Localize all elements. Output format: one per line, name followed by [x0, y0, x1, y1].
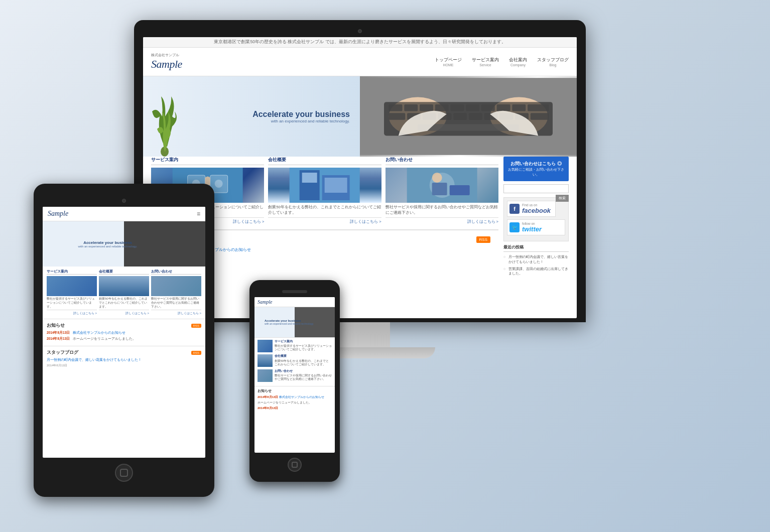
monitor-camera	[358, 29, 362, 33]
nav-item-home[interactable]: トップページ HOME	[435, 57, 462, 67]
phone-services-section: サービス案内 弊社が提供するサービス及びソリューションについてご紹介しています。…	[254, 337, 335, 386]
svg-rect-19	[453, 113, 467, 119]
tablet-frame: Sample ≡ Accelerate your business with a…	[34, 184, 214, 497]
site-nav: トップページ HOME サービス案内 Service 会社案内 Company	[435, 57, 569, 67]
contact-button[interactable]: お問い合わせはこちら ◎ お気軽にご相談・お問い合わせ下さい。	[503, 157, 569, 181]
recent-item-1[interactable]: 月一恒例の町内会議で、嬉しい言葉をかけてもらいました！	[503, 254, 569, 264]
phone-svc-title-3: お問い合わせ	[275, 369, 332, 373]
phone-svc-item-3: お問い合わせ 弊社サービスや採用に関するお問い合わせやご質問などお気軽にご連絡下…	[258, 369, 332, 382]
service-title-1: サービス案内	[151, 157, 264, 165]
svg-rect-40	[449, 185, 469, 195]
phone-device: Sample Accelerate your business with an …	[249, 280, 340, 482]
hero-keyboard-img	[360, 76, 577, 157]
phone-frame: Sample Accelerate your business with an …	[249, 280, 340, 482]
tablet-screen: Sample ≡ Accelerate your business with a…	[43, 207, 205, 458]
service-text-3: 弊社サービスや採用に関するお問い合わせやご質問などお気軽にご連絡下さい。	[386, 205, 498, 215]
tablet-news-tag-1[interactable]: 株式会社サンプルからのお知らせ	[73, 331, 125, 334]
monitor-bezel	[143, 29, 577, 33]
phone-hero-sub: with an experienced and reliable technol…	[265, 322, 314, 325]
phone-svc-img-3	[258, 369, 273, 382]
tablet-news-item-2: 2014年8月13日 ホームページをリニューアルしました。	[47, 337, 201, 341]
tablet-device: Sample ≡ Accelerate your business with a…	[34, 184, 214, 497]
nav-item-blog[interactable]: スタッフブログ Blog	[537, 57, 569, 67]
facebook-icon: f	[509, 204, 520, 214]
service-svg-2	[268, 168, 381, 203]
tablet-news: お知らせ RSS 2014年8月13日 株式会社サンプルからのお知らせ 2014…	[43, 319, 205, 346]
svg-rect-7	[420, 104, 433, 111]
tablet-news-date-1: 2014年8月13日	[47, 331, 70, 334]
tablet-svc-img-3	[151, 276, 201, 296]
nav-item-company[interactable]: 会社案内 Company	[509, 57, 527, 67]
tablet-hero: Accelerate your business with an experie…	[43, 221, 205, 267]
phone-svc-text-3: お問い合わせ 弊社サービスや採用に関するお問い合わせやご質問などお気軽にご連絡下…	[275, 369, 332, 382]
search-input[interactable]	[503, 184, 569, 193]
tablet-services: サービス案内 弊社が提供するサービス及びソリューションについてご紹介しています。…	[43, 267, 205, 319]
svg-rect-9	[450, 104, 464, 111]
phone-home-btn-inner	[292, 462, 298, 468]
phone-news-text-1: ホームページをリニューアルしました。	[258, 401, 332, 405]
svg-point-30	[215, 180, 223, 188]
sidebar-social: f Find us on facebook 🐦 follow	[503, 197, 569, 241]
tablet-blog-item-1[interactable]: 月一恒例の町内会議で、嬉しい花葉をかけてもらいました！	[47, 358, 201, 362]
phone-svc-title-1: サービス案内	[275, 340, 332, 343]
tablet-svc-text-2: 創業50年をむかえる弊社の、これまでとこれからについてご紹介しています。	[99, 297, 149, 309]
phone-svc-desc-1: 弊社が提供するサービス及びソリューションについてご紹介しています。	[275, 344, 332, 351]
website-tablet: Sample ≡ Accelerate your business with a…	[43, 207, 205, 371]
search-button[interactable]: 検索	[556, 195, 569, 202]
phone-home-button[interactable]	[288, 458, 302, 472]
tablet-news-header: お知らせ RSS	[47, 322, 201, 329]
news-rss[interactable]: RSS	[476, 236, 490, 243]
service-image-2	[268, 168, 381, 203]
tablet-svc-title-1: サービス案内	[47, 270, 97, 275]
phone-svc-text-2: 会社概要 創業50年をむかえる弊社の、これまでとこれからについてご紹介しています…	[275, 354, 332, 367]
tablet-service-1: サービス案内 弊社が提供するサービス及びソリューションについてご紹介しています。…	[47, 270, 97, 316]
scene-container: 東京都港区で創業50年の歴史を誇る 株式会社サンプル では、最新の生涯により磨き…	[34, 20, 736, 512]
phone-svc-text-1: サービス案内 弊社が提供するサービス及びソリューションについてご紹介しています。	[275, 340, 332, 352]
recent-item-2[interactable]: 営業課課、吉田の結婚式に出席してきました。	[503, 267, 569, 277]
hero-title: Accelerate your business	[252, 110, 350, 119]
tablet-svc-link-3[interactable]: 詳しくはこちら >	[151, 310, 201, 316]
tablet-home-button[interactable]	[115, 464, 133, 482]
tablet-svc-link-2[interactable]: 詳しくはこちら >	[99, 310, 149, 316]
sidebar-search: 検索	[503, 184, 569, 193]
tablet-blog-rss[interactable]: RSS	[191, 351, 201, 355]
tablet-menu-icon[interactable]: ≡	[197, 210, 200, 217]
tablet-news-rss[interactable]: RSS	[191, 324, 201, 328]
service-svg-3	[386, 168, 498, 203]
hero-plant-icon	[147, 81, 182, 157]
phone-news-tag-1[interactable]: 株式会社サンプルからのお知らせ	[279, 395, 324, 398]
nav-item-service[interactable]: サービス案内 Service	[472, 57, 499, 67]
hero-left: Accelerate your business with an experie…	[143, 76, 360, 157]
svg-rect-34	[302, 173, 317, 183]
svg-rect-15	[389, 113, 406, 119]
hero-text: Accelerate your business with an experie…	[252, 110, 350, 123]
service-title-3: お問い合わせ	[386, 157, 498, 165]
svg-rect-39	[432, 183, 447, 195]
topbar-text: 東京都港区で創業50年の歴史を誇る 株式会社サンプル では、最新の生涯により磨き…	[214, 39, 505, 44]
svg-rect-14	[528, 104, 549, 111]
contact-btn-main: お問い合わせはこちら ◎	[507, 161, 565, 167]
svg-rect-5	[389, 104, 403, 111]
phone-svc-item-2: 会社概要 創業50年をむかえる弊社の、これまでとこれからについてご紹介しています…	[258, 354, 332, 367]
twitter-name: twitter	[522, 225, 542, 233]
service-image-3	[386, 168, 498, 203]
service-link-3[interactable]: 詳しくはこちら >	[386, 217, 498, 224]
tablet-svc-link-1[interactable]: 詳しくはこちら >	[47, 310, 97, 316]
tablet-svc-text-3: 弊社サービスや採用に関するお問い合わせやご質問などお気軽にご連絡下さい。	[151, 297, 201, 309]
tablet-svc-text-1: 弊社が提供するサービス及びソリューションについてご紹介しています。	[47, 297, 97, 309]
site-sidebar: お問い合わせはこちら ◎ お気軽にご相談・お問い合わせ下さい。 検索 f	[503, 157, 569, 278]
phone-hero: Accelerate your business with an experie…	[254, 307, 335, 337]
svg-rect-8	[435, 104, 449, 111]
twitter-link[interactable]: 🐦 follow on twitter	[507, 219, 565, 235]
facebook-link[interactable]: f Find us on facebook	[507, 201, 556, 217]
service-link-2[interactable]: 詳しくはこちら >	[268, 217, 381, 224]
svg-rect-11	[481, 104, 495, 111]
phone-svc-desc-3: 弊社サービスや採用に関するお問い合わせやご質問などお気軽にご連絡下さい。	[275, 374, 332, 381]
phone-screen: Sample Accelerate your business with an …	[254, 297, 335, 453]
tablet-blog: スタッフブログ RSS 月一恒例の町内会議で、嬉しい花葉をかけてもらいました！ …	[43, 346, 205, 371]
tablet-hero-text: Accelerate your business with an experie…	[78, 240, 138, 248]
tablet-camera	[122, 199, 126, 203]
svg-point-38	[432, 173, 442, 183]
phone-svc-img-2	[258, 354, 273, 367]
tablet-service-3: お問い合わせ 弊社サービスや採用に関するお問い合わせやご質問などお気軽にご連絡下…	[151, 270, 201, 316]
